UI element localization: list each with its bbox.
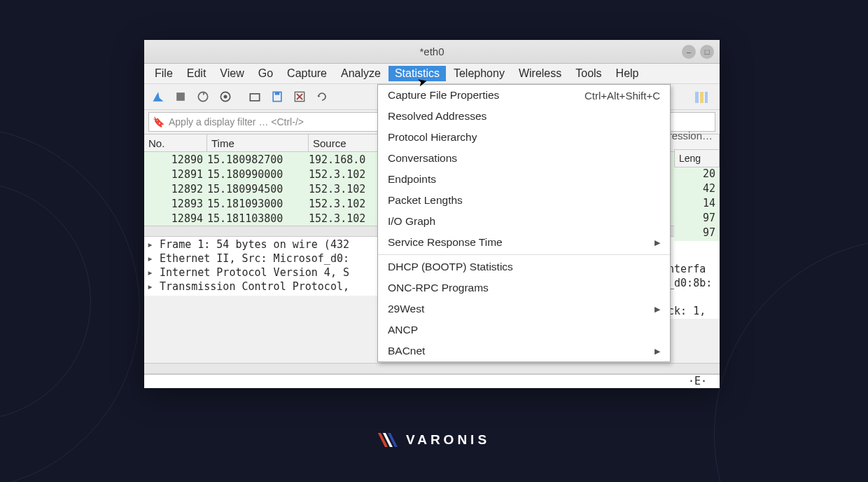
submenu-arrow-icon: ▶ [654,238,660,247]
menu-tools[interactable]: Tools [569,66,608,81]
menu-item-onc-rpc-programs[interactable]: ONC-RPC Programs [378,277,670,298]
application-window: *eth0 – □ File Edit View Go Capture Anal… [144,40,720,388]
close-icon[interactable] [290,87,309,106]
menu-file[interactable]: File [148,66,179,81]
submenu-arrow-icon: ▶ [654,305,660,314]
menu-item-protocol-hierarchy[interactable]: Protocol Hierarchy [378,127,670,148]
menu-item-io-graph[interactable]: I/O Graph [378,211,670,232]
menu-item-resolved-addresses[interactable]: Resolved Addresses [378,106,670,127]
menu-view[interactable]: View [214,66,250,81]
menu-go[interactable]: Go [252,66,279,81]
menu-item-conversations[interactable]: Conversations [378,148,670,169]
varonis-mark-icon [378,432,399,448]
menu-help[interactable]: Help [610,66,645,81]
window-title: *eth0 [419,46,444,57]
svg-rect-10 [705,92,708,103]
minimize-icon[interactable]: – [682,45,696,59]
expression-button[interactable]: ression… [668,130,713,142]
svg-rect-6 [275,92,280,95]
menu-item-29west[interactable]: 29West▶ [378,298,670,319]
svg-rect-9 [700,92,704,103]
menu-edit[interactable]: Edit [181,66,213,81]
hex-ascii: ·E· [688,375,707,387]
svg-rect-0 [176,92,185,101]
svg-rect-4 [250,94,259,101]
menu-separator [378,254,670,255]
shark-fin-icon[interactable] [148,87,168,106]
reload-icon[interactable] [312,87,332,106]
menu-telephony[interactable]: Telephony [447,66,511,81]
menu-item-service-response-time[interactable]: Service Response Time▶ [378,232,670,253]
horizontal-scrollbar[interactable] [144,363,720,374]
menu-capture[interactable]: Capture [281,66,333,81]
options-icon[interactable] [216,87,235,106]
hex-view[interactable]: 0000 00 15 5d d0 8b 06 00 15 5 [144,374,720,388]
filter-placeholder: Apply a display filter … <Ctrl-/> [169,116,304,128]
col-no[interactable]: No. [144,135,207,151]
col-time[interactable]: Time [207,135,309,151]
length-column: Leng 20 42 14 97 97 [674,149,720,241]
open-icon[interactable] [245,87,265,106]
menubar: File Edit View Go Capture Analyze Statis… [144,64,720,84]
brand-text: VARONIS [406,432,490,448]
columns-icon[interactable] [693,89,710,108]
menu-analyze[interactable]: Analyze [335,66,387,81]
svg-point-3 [224,95,227,99]
menu-item-dhcp-statistics[interactable]: DHCP (BOOTP) Statistics [378,256,670,277]
stop-icon[interactable] [171,87,190,106]
col-length[interactable]: Leng [674,149,720,167]
menu-item-endpoints[interactable]: Endpoints [378,169,670,190]
save-icon[interactable] [267,87,287,106]
menu-item-bacnet[interactable]: BACnet▶ [378,340,670,362]
brand-logo: VARONIS [378,432,490,448]
menu-wireless[interactable]: Wireless [512,66,568,81]
maximize-icon[interactable]: □ [700,45,714,59]
bookmark-icon[interactable]: 🔖 [153,116,164,128]
titlebar: *eth0 – □ [144,40,720,64]
restart-icon[interactable] [193,87,213,106]
statistics-menu: Capture File PropertiesCtrl+Alt+Shift+C … [377,84,671,362]
submenu-arrow-icon: ▶ [654,347,660,356]
svg-rect-8 [695,92,699,103]
menu-item-ancp[interactable]: ANCP [378,319,670,340]
menu-item-packet-lengths[interactable]: Packet Lengths [378,190,670,211]
